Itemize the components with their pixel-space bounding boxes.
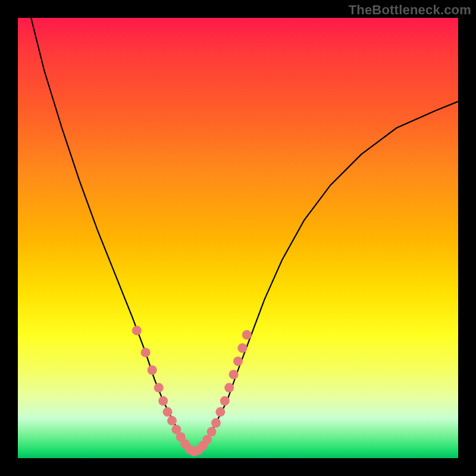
- marker-point: [237, 343, 247, 353]
- marker-point: [148, 365, 157, 375]
- marker-point: [158, 396, 168, 406]
- marker-point: [233, 356, 243, 366]
- curve-left-branch: [31, 18, 189, 452]
- marker-point: [220, 396, 230, 406]
- marker-point: [242, 330, 252, 340]
- marker-point: [211, 418, 221, 428]
- marker-point: [163, 407, 173, 416]
- marker-point: [224, 383, 234, 393]
- chart-svg: [18, 18, 458, 458]
- watermark-text: TheBottleneck.com: [349, 2, 471, 18]
- curve-group: [31, 18, 458, 452]
- marker-point: [141, 347, 151, 357]
- curve-right-branch: [190, 102, 458, 452]
- marker-point: [215, 407, 225, 416]
- marker-point: [167, 416, 177, 425]
- marker-group: [132, 325, 252, 456]
- marker-point: [207, 427, 217, 437]
- marker-point: [154, 383, 164, 393]
- marker-point: [132, 325, 142, 335]
- chart-frame: TheBottleneck.com: [0, 0, 476, 476]
- plot-area: [18, 18, 458, 458]
- marker-point: [229, 369, 239, 379]
